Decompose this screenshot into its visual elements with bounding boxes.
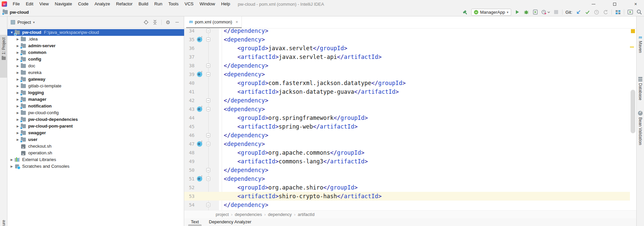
code-line[interactable]: 52 <groupId>org.apache.shiro</groupId>: [184, 183, 630, 192]
restore-button[interactable]: [609, 0, 620, 8]
menu-item[interactable]: Build: [136, 0, 151, 8]
tree-item[interactable]: ▶ Scratches and Consoles: [7, 163, 184, 170]
inspection-status-indicator[interactable]: [631, 29, 635, 33]
run-button[interactable]: [514, 9, 520, 15]
tool-button-maven[interactable]: m Maven: [637, 35, 644, 53]
settings-gear-icon[interactable]: ⚙: [165, 20, 171, 25]
tree-item[interactable]: ▼ pw-cloud F:\java_workspace\pw-cloud: [7, 29, 184, 36]
menu-item[interactable]: Analyze: [92, 0, 113, 8]
code-line[interactable]: 44 <groupId>org.springframework</groupId…: [184, 114, 630, 122]
menu-item[interactable]: Navigate: [52, 0, 75, 8]
code-line[interactable]: 40 <groupId>com.fasterxml.jackson.dataty…: [184, 79, 630, 87]
debug-button[interactable]: [523, 9, 529, 15]
tool-button-bean-validation[interactable]: Bean Validation: [637, 111, 644, 145]
code-line[interactable]: 54 </dependency>: [184, 201, 630, 209]
code-editor[interactable]: 34 </dependency> 35 <dependency> 36 <gro…: [184, 28, 630, 210]
git-commit-button[interactable]: [584, 9, 590, 15]
code-line[interactable]: 42 </dependency>: [184, 96, 630, 105]
tool-button-project[interactable]: 1: Project: [0, 35, 7, 78]
git-update-button[interactable]: [575, 9, 581, 15]
code-line[interactable]: 34 </dependency>: [184, 28, 630, 35]
minimize-button[interactable]: [588, 0, 599, 8]
project-structure-icon[interactable]: [615, 9, 621, 15]
collapse-all-icon[interactable]: [152, 20, 158, 25]
menu-item[interactable]: Edit: [23, 0, 36, 8]
menu-item[interactable]: Code: [75, 0, 92, 8]
code-line[interactable]: 48 <groupId>org.apache.commons</groupId>: [184, 148, 630, 157]
code-line[interactable]: 39 <dependency>: [184, 70, 630, 79]
tab-text[interactable]: Text: [187, 218, 203, 226]
code-line[interactable]: 49 <artifactId>commons-lang3</artifactId…: [184, 157, 630, 166]
expand-arrow-icon[interactable]: ▶: [15, 109, 21, 116]
editor-error-stripe[interactable]: [630, 28, 636, 210]
expand-arrow-icon[interactable]: ▶: [15, 36, 21, 43]
code-line[interactable]: 37 <artifactId>javax.servlet-api</artifa…: [184, 53, 630, 61]
tree-item[interactable]: ▶ common: [7, 49, 184, 56]
menu-item[interactable]: Refactor: [113, 0, 136, 8]
code-line[interactable]: 36 <groupId>javax.servlet</groupId>: [184, 44, 630, 53]
menu-item[interactable]: Window: [197, 0, 218, 8]
tree-item[interactable]: ▶ doc: [7, 63, 184, 69]
menu-item[interactable]: Run: [151, 0, 165, 8]
tree-item[interactable]: ▶ pw-cloud-pom-parent: [7, 123, 184, 130]
close-tab-icon[interactable]: ×: [235, 19, 238, 24]
code-line[interactable]: 46 </dependency>: [184, 131, 630, 140]
code-line[interactable]: 51 <dependency>: [184, 174, 630, 183]
tool-button-database[interactable]: Database: [637, 77, 644, 100]
warning-stripe-mark[interactable]: [630, 47, 634, 48]
run-anything-icon[interactable]: [627, 9, 633, 15]
code-line[interactable]: 45 <artifactId>spring-web</artifactId>: [184, 122, 630, 131]
editor-tab-pom-xml[interactable]: m pom.xml (common) ×: [186, 16, 242, 28]
editor-scrollbar[interactable]: [631, 90, 635, 133]
tree-item[interactable]: ▶ pw-cloud-dependencies: [7, 116, 184, 123]
close-button[interactable]: ×: [630, 0, 641, 8]
chevron-down-icon[interactable]: ▾: [33, 20, 35, 24]
tree-item[interactable]: ▶ swagger: [7, 130, 184, 136]
project-crumb[interactable]: pw-cloud: [3, 10, 29, 15]
code-line[interactable]: 41 <artifactId>jackson-datatype-guava</a…: [184, 87, 630, 96]
code-line[interactable]: 47 <dependency>: [184, 140, 630, 148]
breadcrumb-item[interactable]: dependencies: [235, 212, 262, 217]
tab-dependency-analyzer[interactable]: Dependency Analyzer: [205, 218, 255, 226]
run-with-coverage-button[interactable]: [532, 9, 538, 15]
code-line[interactable]: 38 </dependency>: [184, 61, 630, 70]
expand-arrow-icon[interactable]: ▶: [9, 156, 15, 163]
expand-arrow-icon[interactable]: ▶: [9, 163, 15, 170]
expand-arrow-icon[interactable]: ▶: [15, 63, 21, 69]
tree-item[interactable]: ▶ gitlab-ci-template: [7, 83, 184, 89]
menu-item[interactable]: View: [36, 0, 52, 8]
breadcrumb-item[interactable]: artifactId: [298, 212, 315, 217]
tree-item[interactable]: ▶ gateway: [7, 76, 184, 83]
tree-item[interactable]: ▶ notification: [7, 103, 184, 109]
tree-item[interactable]: ▶ .idea: [7, 36, 184, 43]
menu-item[interactable]: Help: [218, 0, 233, 8]
tree-item[interactable]: ▶ manager: [7, 96, 184, 103]
breadcrumb-item[interactable]: dependency: [268, 212, 292, 217]
locate-file-icon[interactable]: [143, 20, 149, 25]
menu-item[interactable]: Tools: [165, 0, 181, 8]
tree-item[interactable]: ▶ admin-server: [7, 43, 184, 49]
tree-item[interactable]: operation.sh: [7, 150, 184, 156]
expand-arrow-icon[interactable]: ▶: [15, 83, 21, 89]
tree-item[interactable]: ▶ logging: [7, 89, 184, 96]
run-configuration-select[interactable]: ManagerApp ▾: [471, 9, 511, 16]
tree-item[interactable]: ▶ eureka: [7, 69, 184, 76]
tree-item[interactable]: ▶ user: [7, 136, 184, 143]
tree-item[interactable]: ▶ External Libraries: [7, 156, 184, 163]
menu-item[interactable]: VCS: [181, 0, 197, 8]
code-line[interactable]: 53 <artifactId>shiro-crypto-hash</artifa…: [184, 192, 630, 201]
hide-panel-icon[interactable]: [174, 20, 180, 25]
tree-item[interactable]: ▶ config: [7, 56, 184, 63]
search-everywhere-icon[interactable]: [636, 9, 642, 15]
code-line[interactable]: 50 </dependency>: [184, 166, 630, 174]
tree-item[interactable]: ▶ pw-cloud-config: [7, 109, 184, 116]
tree-item[interactable]: checkout.sh: [7, 143, 184, 150]
tool-button-structure[interactable]: Structure: [0, 220, 7, 226]
build-hammer-icon[interactable]: [462, 9, 468, 15]
profiler-button[interactable]: [541, 9, 550, 15]
code-line[interactable]: 35 <dependency>: [184, 35, 630, 44]
code-line[interactable]: 43 <dependency>: [184, 105, 630, 114]
expand-arrow-icon[interactable]: ▶: [15, 69, 21, 76]
breadcrumb-item[interactable]: project: [216, 212, 229, 217]
menu-item[interactable]: File: [10, 0, 23, 8]
